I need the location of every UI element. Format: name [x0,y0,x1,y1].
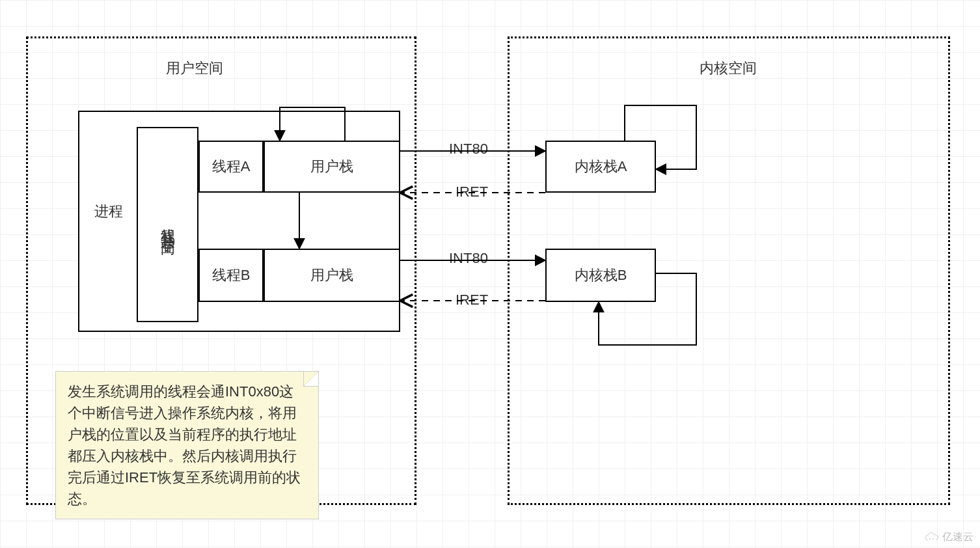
thread-shared-space-box: 线程共享空间 [137,127,198,322]
user-stack-b-label: 用户栈 [310,266,353,285]
svg-point-0 [929,538,931,539]
user-stack-a-box: 用户栈 [264,141,400,193]
user-stack-a-label: 用户栈 [310,157,353,176]
kernel-stack-b-box: 内核栈B [545,249,656,302]
watermark: 亿速云 [924,530,973,544]
user-space-title: 用户空间 [166,59,223,78]
kernel-stack-b-label: 内核栈B [575,266,627,285]
iret-label-a: IRET [456,184,488,200]
user-stack-b-box: 用户栈 [264,249,400,302]
thread-a-label: 线程A [212,157,251,176]
note-box: 发生系统调用的线程会通INT0x80这个中断信号进入操作系统内核，将用户栈的位置… [55,371,319,519]
int80-label-a: INT80 [449,141,488,158]
process-label: 进程 [94,202,123,221]
thread-b-box: 线程B [198,249,264,302]
kernel-space-title: 内核空间 [700,59,757,78]
note-text: 发生系统调用的线程会通INT0x80这个中断信号进入操作系统内核，将用户栈的位置… [68,383,301,507]
svg-point-1 [932,538,934,539]
note-corner-icon [303,372,318,387]
kernel-stack-a-box: 内核栈A [545,141,656,193]
int80-label-b: INT80 [449,250,488,267]
kernel-stack-a-label: 内核栈A [575,157,627,176]
watermark-text: 亿速云 [942,530,973,544]
iret-label-b: IRET [456,292,488,308]
thread-b-label: 线程B [212,266,251,285]
watermark-cloud-icon [924,532,940,543]
thread-shared-space-label: 线程共享空间 [158,217,178,232]
thread-a-box: 线程A [198,141,264,193]
